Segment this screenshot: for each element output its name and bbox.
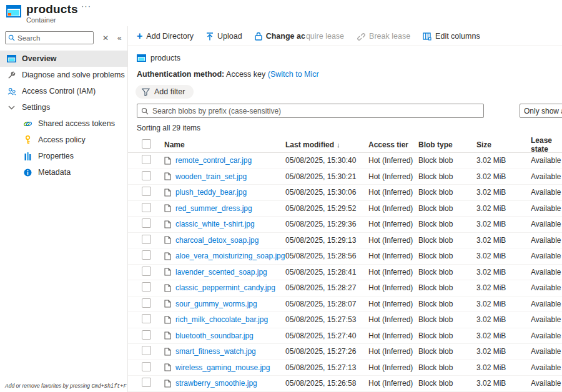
blob-name-link[interactable]: aloe_vera_moisturizing_soap.jpg	[175, 252, 285, 260]
column-header-name[interactable]: Name	[164, 140, 285, 149]
blob-name-link[interactable]: plush_teddy_bear.jpg	[175, 188, 247, 197]
table-row[interactable]: strawberry_smoothie.jpg 05/08/2025, 15:2…	[128, 376, 562, 392]
table-row[interactable]: wooden_train_set.jpg 05/08/2025, 15:30:2…	[128, 169, 562, 185]
active-blobs-toggle[interactable]: Only show active blobs	[520, 104, 562, 118]
lock-icon	[255, 32, 262, 41]
blob-name-link[interactable]: wireless_gaming_mouse.jpg	[175, 363, 270, 372]
access-tier-cell: Hot (Inferred)	[368, 331, 418, 340]
add-directory-button[interactable]: + Add Directory	[137, 32, 194, 41]
column-header-lease-state[interactable]: Lease state	[531, 136, 562, 154]
blob-search-input[interactable]	[152, 107, 480, 115]
access-tier-cell: Hot (Inferred)	[368, 300, 418, 308]
blob-name-link[interactable]: remote_control_car.jpg	[175, 156, 252, 165]
sidebar-item-diagnose[interactable]: Diagnose and solve problems	[0, 67, 127, 83]
table-row[interactable]: aloe_vera_moisturizing_soap.jpg 05/08/20…	[128, 248, 562, 265]
add-filter-button[interactable]: Add filter	[136, 85, 194, 99]
table-row[interactable]: red_summer_dress.jpg 05/08/2025, 15:29:5…	[128, 201, 562, 217]
table-row[interactable]: wireless_gaming_mouse.jpg 05/08/2025, 15…	[128, 360, 562, 376]
edit-columns-button[interactable]: Edit columns	[423, 32, 480, 41]
break-lease-button[interactable]: Break lease	[357, 32, 410, 41]
row-checkbox[interactable]	[142, 171, 151, 180]
row-checkbox[interactable]	[142, 330, 151, 340]
blob-name-link[interactable]: classic_white_t-shirt.jpg	[175, 220, 255, 228]
last-modified-cell: 05/08/2025, 15:30:21	[285, 172, 368, 181]
row-checkbox[interactable]	[142, 267, 151, 276]
sidebar-item-settings[interactable]: Settings	[0, 99, 127, 115]
row-checkbox[interactable]	[142, 298, 151, 308]
file-icon	[164, 172, 171, 180]
table-row[interactable]: remote_control_car.jpg 05/08/2025, 15:30…	[128, 153, 562, 169]
blob-name-link[interactable]: red_summer_dress.jpg	[175, 204, 252, 213]
table-row[interactable]: bluetooth_soundbar.jpg 05/08/2025, 15:27…	[128, 328, 562, 345]
column-header-last-modified[interactable]: Last modified↓	[285, 140, 368, 149]
blob-search-row: Only show active blobs	[128, 99, 562, 118]
row-checkbox[interactable]	[142, 155, 151, 164]
lease-state-cell: Available	[531, 204, 562, 213]
sidebar-item-metadata[interactable]: Metadata	[0, 164, 127, 180]
select-all-checkbox[interactable]	[142, 139, 151, 149]
edit-columns-icon	[423, 32, 431, 41]
table-row[interactable]: classic_peppermint_candy.jpg 05/08/2025,…	[128, 280, 562, 296]
blob-search-box[interactable]	[137, 104, 484, 118]
column-header-size[interactable]: Size	[476, 140, 531, 149]
file-icon	[164, 380, 171, 388]
sidebar-item-label: Diagnose and solve problems	[22, 71, 125, 79]
blob-table: Name Last modified↓ Access tier Blob typ…	[128, 136, 562, 392]
last-modified-cell: 05/08/2025, 15:29:36	[285, 220, 368, 228]
lease-state-cell: Available	[531, 379, 562, 388]
upload-button[interactable]: Upload	[206, 32, 242, 41]
switch-auth-link[interactable]: (Switch to Micr	[268, 70, 319, 79]
table-row[interactable]: plush_teddy_bear.jpg 05/08/2025, 15:30:0…	[128, 185, 562, 201]
row-checkbox[interactable]	[142, 378, 151, 387]
blob-name-link[interactable]: classic_peppermint_candy.jpg	[175, 283, 275, 292]
blob-name-link[interactable]: rich_milk_chocolate_bar.jpg	[175, 315, 268, 324]
table-row[interactable]: sour_gummy_worms.jpg 05/08/2025, 15:28:0…	[128, 296, 562, 313]
sidebar-item-access-control[interactable]: Access Control (IAM)	[0, 83, 127, 99]
row-checkbox[interactable]	[142, 187, 151, 196]
more-options-icon[interactable]: ···	[81, 1, 91, 11]
blob-name-link[interactable]: bluetooth_soundbar.jpg	[175, 331, 254, 340]
collapse-sidebar-icon[interactable]: «	[117, 34, 122, 42]
sidebar-search-box[interactable]	[5, 31, 94, 44]
row-checkbox[interactable]	[142, 218, 151, 228]
sidebar-item-overview[interactable]: Overview	[0, 51, 127, 67]
filter-icon	[142, 88, 150, 96]
row-checkbox[interactable]	[142, 362, 151, 371]
access-tier-cell: Hot (Inferred)	[368, 379, 418, 388]
row-checkbox[interactable]	[142, 250, 151, 260]
blob-name-link[interactable]: lavender_scented_soap.jpg	[175, 268, 267, 277]
table-row[interactable]: charcoal_detox_soap.jpg 05/08/2025, 15:2…	[128, 233, 562, 249]
column-header-access-tier[interactable]: Access tier	[368, 140, 418, 149]
file-icon	[164, 316, 171, 324]
row-checkbox[interactable]	[142, 282, 151, 292]
blob-name-link[interactable]: sour_gummy_worms.jpg	[175, 300, 257, 308]
last-modified-cell: 05/08/2025, 15:27:40	[285, 331, 368, 340]
table-row[interactable]: lavender_scented_soap.jpg 05/08/2025, 15…	[128, 265, 562, 281]
change-acquire-lease-button[interactable]: Change acquire lease	[255, 32, 344, 41]
row-checkbox[interactable]	[142, 203, 151, 212]
last-modified-cell: 05/08/2025, 15:28:27	[285, 283, 368, 292]
last-modified-cell: 05/08/2025, 15:27:53	[285, 315, 368, 324]
table-row[interactable]: classic_white_t-shirt.jpg 05/08/2025, 15…	[128, 217, 562, 233]
sidebar-search-input[interactable]	[17, 34, 86, 42]
table-row[interactable]: smart_fitness_watch.jpg 05/08/2025, 15:2…	[128, 344, 562, 360]
blob-name-link[interactable]: charcoal_detox_soap.jpg	[175, 236, 259, 245]
row-checkbox[interactable]	[142, 346, 151, 355]
access-tier-cell: Hot (Inferred)	[368, 236, 418, 245]
size-cell: 3.02 MiB	[476, 220, 531, 228]
table-row[interactable]: rich_milk_chocolate_bar.jpg 05/08/2025, …	[128, 312, 562, 328]
sort-descending-icon: ↓	[337, 141, 340, 149]
blob-name-link[interactable]: smart_fitness_watch.jpg	[175, 347, 256, 356]
lease-state-cell: Available	[531, 315, 562, 324]
dismiss-search-icon[interactable]: ✕	[102, 34, 109, 42]
blob-name-link[interactable]: wooden_train_set.jpg	[175, 172, 247, 181]
blob-name-link[interactable]: strawberry_smoothie.jpg	[175, 379, 257, 388]
sidebar-item-properties[interactable]: Properties	[0, 148, 127, 164]
bars-icon	[22, 152, 33, 160]
access-tier-cell: Hot (Inferred)	[368, 268, 418, 277]
sidebar-item-shared-access-tokens[interactable]: Shared access tokens	[0, 115, 127, 132]
row-checkbox[interactable]	[142, 235, 151, 244]
sidebar-item-access-policy[interactable]: Access policy	[0, 132, 127, 148]
column-header-blob-type[interactable]: Blob type	[418, 140, 476, 149]
row-checkbox[interactable]	[142, 314, 151, 323]
